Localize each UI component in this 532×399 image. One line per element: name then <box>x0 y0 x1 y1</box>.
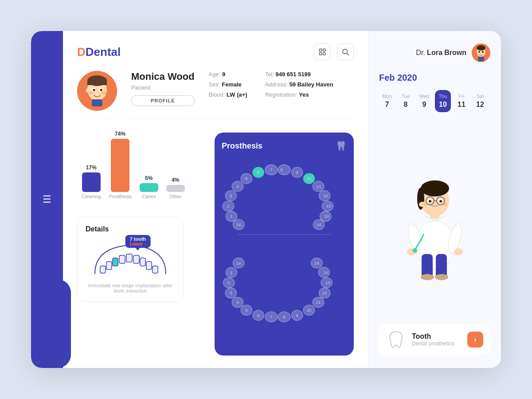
profile-button[interactable]: PROFILE <box>131 95 195 106</box>
bar-prosthesis-pct: 74% <box>115 131 125 137</box>
registration-detail: Registration: Yes <box>265 91 333 98</box>
svg-rect-26 <box>153 266 158 273</box>
svg-rect-19 <box>106 262 112 270</box>
tooth-callout: 7 tooth Lower <box>125 235 151 248</box>
address-label: Address: <box>265 81 288 88</box>
svg-text:6: 6 <box>257 170 259 175</box>
tooth-icon <box>387 330 405 349</box>
tel-detail: Tel: 949 651 5199 <box>265 71 333 78</box>
day-name-fri: Fri <box>459 94 465 99</box>
svg-rect-3 <box>323 53 325 55</box>
svg-text:2: 2 <box>228 281 230 285</box>
cal-day-fri[interactable]: Fri 11 <box>454 90 469 112</box>
svg-point-10 <box>88 91 93 95</box>
doctor-full-illustration <box>391 156 479 285</box>
chart-bars: 17% Cleaning 74% Prosthesis 5% Ca <box>77 133 206 199</box>
header-icons <box>314 43 354 60</box>
menu-icon[interactable]: ☰ <box>43 194 51 205</box>
detail-group-right: Tel: 949 651 5199 Address: 59 Bailey Hav… <box>265 71 333 98</box>
age-detail: Age: 9 <box>209 71 247 78</box>
upper-teeth-svg: 8 9 10 11 12 13 14 7 6 5 4 3 2 1 14 14 <box>222 154 346 245</box>
day-name-tue: Tue <box>402 94 410 99</box>
day-num-12: 12 <box>476 101 484 109</box>
tooth-diagram: 7 tooth Lower <box>86 239 175 278</box>
svg-text:11: 11 <box>317 184 321 189</box>
svg-rect-2 <box>319 53 321 55</box>
bottom-section: 17% Cleaning 74% Prosthesis 5% Ca <box>77 133 354 356</box>
address-value: 59 Bailey Haven <box>289 81 333 88</box>
bar-other-pct: 4% <box>172 177 179 183</box>
svg-text:14: 14 <box>317 223 321 227</box>
tooth-icon-box <box>386 330 406 349</box>
calendar-days: Mon 7 Tue 8 Wed 9 Thu 10 Fri 11 Sat 12 <box>379 90 490 112</box>
day-num-7: 7 <box>385 101 389 109</box>
tel-label: Tel: <box>265 71 274 78</box>
sex-value: Female <box>222 81 242 88</box>
bar-caries-pct: 5% <box>145 175 153 181</box>
details-description: Immediate one-stage implantation after t… <box>86 283 175 293</box>
day-name-mon: Mon <box>382 94 391 99</box>
bar-other: 4% Other <box>166 177 185 199</box>
year-label: 2020 <box>397 73 417 82</box>
patient-info: Monica Wood Pacient PROFILE <box>131 71 195 106</box>
sex-detail: Sex: Female <box>209 81 247 88</box>
svg-text:10: 10 <box>307 308 311 313</box>
svg-rect-25 <box>146 262 152 270</box>
notification-button[interactable] <box>314 43 331 60</box>
bar-chart: 17% Cleaning 74% Prosthesis 5% Ca <box>77 133 206 203</box>
bar-cleaning: 17% Cleaning <box>82 164 101 199</box>
svg-text:13: 13 <box>325 281 330 285</box>
doctor-illustration <box>379 121 490 320</box>
svg-text:1: 1 <box>230 214 232 219</box>
svg-text:11: 11 <box>316 301 321 305</box>
svg-line-5 <box>347 53 348 55</box>
svg-rect-18 <box>100 266 106 273</box>
logo-text: Dental <box>86 45 121 59</box>
details-card: Details 7 tooth Lower <box>77 217 184 302</box>
tooth-card-button[interactable]: › <box>467 332 483 348</box>
svg-rect-0 <box>319 49 321 51</box>
tooth-icon: 🦷 <box>336 141 347 151</box>
registration-value: Yes <box>299 91 309 98</box>
sidebar: ☰ <box>31 31 63 368</box>
doctor-title: Dr. <box>416 49 425 56</box>
cal-day-mon[interactable]: Mon 7 <box>379 90 395 112</box>
doctor-name: Dr. Lora Brown <box>416 49 466 57</box>
main-content: DDental <box>63 31 368 368</box>
svg-text:14: 14 <box>236 261 241 266</box>
cal-day-sat[interactable]: Sat 12 <box>472 90 488 112</box>
age-value: 9 <box>222 71 225 78</box>
svg-text:5: 5 <box>245 308 247 313</box>
svg-text:8: 8 <box>283 315 285 319</box>
patient-avatar <box>77 71 117 111</box>
day-num-10: 10 <box>439 101 447 109</box>
patient-section: Monica Wood Pacient PROFILE Age: 9 Sex: … <box>77 71 354 120</box>
svg-text:12: 12 <box>322 291 327 296</box>
svg-text:14: 14 <box>323 270 328 275</box>
cal-day-tue[interactable]: Tue 8 <box>398 90 414 112</box>
svg-rect-16 <box>92 99 102 106</box>
bar-prosthesis-label: Prosthesis <box>109 194 131 199</box>
blood-label: Blood: <box>209 91 225 98</box>
svg-text:10: 10 <box>307 176 311 181</box>
svg-text:7: 7 <box>270 168 272 172</box>
doctor-avatar <box>472 43 490 62</box>
svg-text:4: 4 <box>236 184 239 189</box>
search-button[interactable] <box>337 43 354 60</box>
cal-day-thu[interactable]: Thu 10 <box>435 90 451 112</box>
svg-rect-9 <box>87 81 107 85</box>
svg-text:7: 7 <box>270 315 272 319</box>
svg-text:5: 5 <box>245 176 247 181</box>
tooth-card-text: Tooth Dental prosthetics <box>412 332 461 347</box>
svg-point-121 <box>442 203 447 206</box>
svg-text:14: 14 <box>314 261 319 266</box>
bar-other-rect <box>166 185 185 192</box>
left-column: 17% Cleaning 74% Prosthesis 5% Ca <box>77 133 206 356</box>
address-detail: Address: 59 Bailey Haven <box>265 81 333 88</box>
svg-point-17 <box>86 88 89 93</box>
cal-day-wed[interactable]: Wed 9 <box>416 90 432 112</box>
svg-text:14: 14 <box>324 214 329 219</box>
svg-point-106 <box>454 248 463 255</box>
bar-cleaning-pct: 17% <box>86 164 97 171</box>
prosthesis-title: Prosthesis <box>222 141 262 151</box>
